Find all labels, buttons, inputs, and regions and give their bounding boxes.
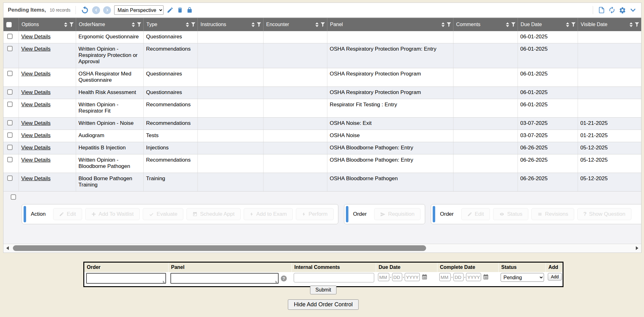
filter-icon[interactable]: [511, 22, 516, 27]
instructions-cell: [197, 43, 263, 68]
refresh-icon[interactable]: [608, 6, 616, 14]
due-date-day-input[interactable]: [392, 273, 402, 281]
view-details-link[interactable]: View Details: [21, 34, 51, 40]
filter-icon[interactable]: [137, 22, 142, 27]
filter-icon[interactable]: [447, 22, 451, 27]
view-details-link[interactable]: View Details: [21, 89, 51, 95]
view-details-link[interactable]: View Details: [21, 120, 51, 126]
sort-icon[interactable]: [630, 22, 633, 27]
row-checkbox[interactable]: [7, 120, 13, 125]
complete-date-month-input[interactable]: [439, 273, 451, 281]
comments-cell: [453, 87, 518, 99]
row-checkbox[interactable]: [7, 46, 13, 51]
gear-icon[interactable]: [619, 7, 626, 14]
perspective-select[interactable]: Main Perspective: [114, 5, 164, 15]
internal-comments-input[interactable]: [294, 273, 374, 282]
perform-button[interactable]: Perform: [296, 208, 333, 220]
sort-icon[interactable]: [315, 22, 319, 27]
instructions-cell: [197, 99, 263, 118]
trash-icon[interactable]: [177, 7, 183, 14]
sort-icon[interactable]: [566, 22, 569, 27]
sort-icon[interactable]: [441, 22, 445, 27]
new-document-icon[interactable]: [598, 6, 605, 14]
filter-icon[interactable]: [257, 22, 261, 27]
status-button[interactable]: Status: [493, 208, 528, 220]
show-question-button[interactable]: ? Show Question: [577, 208, 631, 220]
sort-icon[interactable]: [132, 22, 135, 27]
row-checkbox[interactable]: [7, 145, 13, 150]
sort-icon[interactable]: [64, 22, 67, 27]
due-date-year-input[interactable]: [405, 273, 420, 281]
sort-icon[interactable]: [186, 22, 189, 27]
options-cell: View Details: [19, 31, 76, 43]
sort-icon[interactable]: [252, 22, 255, 27]
visible-date-cell: 05-12-2025: [578, 173, 641, 192]
page-title: Pending Items,: [8, 7, 46, 13]
edit-button[interactable]: Edit: [53, 208, 82, 220]
calendar-icon[interactable]: [421, 274, 428, 280]
add-to-waitlist-button[interactable]: Add To Waitlist: [85, 208, 140, 220]
options-cell: View Details: [19, 118, 76, 130]
pending-items-grid-widget: Pending Items, 10 records Main Perspecti…: [3, 3, 641, 253]
order-edit-button[interactable]: Edit: [461, 208, 490, 220]
filter-icon[interactable]: [635, 22, 639, 27]
column-header-comments: Comments: [453, 18, 518, 31]
filter-icon[interactable]: [320, 22, 325, 27]
revisions-button[interactable]: Revisions: [531, 208, 574, 220]
help-icon[interactable]: ?: [281, 275, 287, 281]
select-all-checkbox[interactable]: [6, 22, 12, 27]
view-details-link[interactable]: View Details: [21, 132, 51, 138]
complete-date-year-input[interactable]: [466, 273, 481, 281]
row-checkbox[interactable]: [7, 157, 13, 162]
schedule-appt-button[interactable]: Schedule Appt: [186, 208, 241, 220]
view-details-link[interactable]: View Details: [21, 71, 51, 77]
requisition-button[interactable]: Requisition: [374, 208, 420, 220]
row-checkbox[interactable]: [7, 132, 13, 138]
filter-icon[interactable]: [191, 22, 196, 27]
add-button[interactable]: Add: [548, 273, 562, 281]
footer-select-checkbox[interactable]: [11, 194, 16, 200]
scroll-right-arrow[interactable]: [636, 246, 638, 250]
filter-icon[interactable]: [571, 22, 576, 27]
column-header-encounter: Encounter: [263, 18, 327, 31]
sort-icon[interactable]: [506, 22, 509, 27]
undo-icon[interactable]: [81, 6, 89, 14]
chevron-down-icon[interactable]: [629, 7, 637, 13]
due-date-month-input[interactable]: [378, 273, 389, 281]
table-header-row: Options OrderName Type Instructions Enco…: [3, 18, 641, 31]
complete-date-day-input[interactable]: [453, 273, 464, 281]
scrollbar-thumb[interactable]: [13, 245, 426, 251]
view-details-link[interactable]: View Details: [21, 145, 51, 151]
view-details-link[interactable]: View Details: [21, 46, 51, 52]
row-checkbox[interactable]: [7, 34, 13, 39]
order-input[interactable]: [86, 273, 166, 284]
evaluate-button[interactable]: Evaluate: [143, 208, 183, 220]
row-checkbox[interactable]: [7, 89, 13, 95]
calendar-icon[interactable]: [483, 274, 489, 280]
status-select[interactable]: Pending: [501, 273, 544, 282]
grid-footer: Action Edit Add To Waitlist Evaluate: [3, 192, 641, 244]
panel-input[interactable]: [170, 273, 279, 284]
visible-date-cell: [578, 68, 641, 87]
panel-cell: OSHA Noise: [327, 130, 453, 142]
column-header-options: Options: [19, 18, 76, 31]
order-column-header: Order: [84, 263, 168, 272]
pencil-icon[interactable]: [167, 7, 174, 14]
add-to-exam-button[interactable]: Add to Exam: [244, 208, 293, 220]
encounter-cell: [263, 43, 327, 68]
column-header-ordername: OrderName: [76, 18, 143, 31]
filter-icon[interactable]: [69, 22, 74, 27]
prev-icon[interactable]: [92, 6, 100, 14]
row-checkbox[interactable]: [7, 71, 13, 76]
row-checkbox[interactable]: [7, 102, 13, 107]
scroll-left-arrow[interactable]: [6, 246, 9, 250]
next-icon[interactable]: [103, 6, 111, 14]
view-details-link[interactable]: View Details: [21, 157, 51, 163]
row-checkbox[interactable]: [7, 175, 13, 181]
view-details-link[interactable]: View Details: [21, 175, 51, 181]
due-date-cell: 06-26-2025: [518, 154, 578, 173]
hide-add-order-control-button[interactable]: Hide Add Order Control: [288, 299, 358, 310]
view-details-link[interactable]: View Details: [21, 102, 51, 108]
submit-button[interactable]: Submit: [310, 286, 336, 294]
lock-icon[interactable]: [186, 7, 193, 14]
